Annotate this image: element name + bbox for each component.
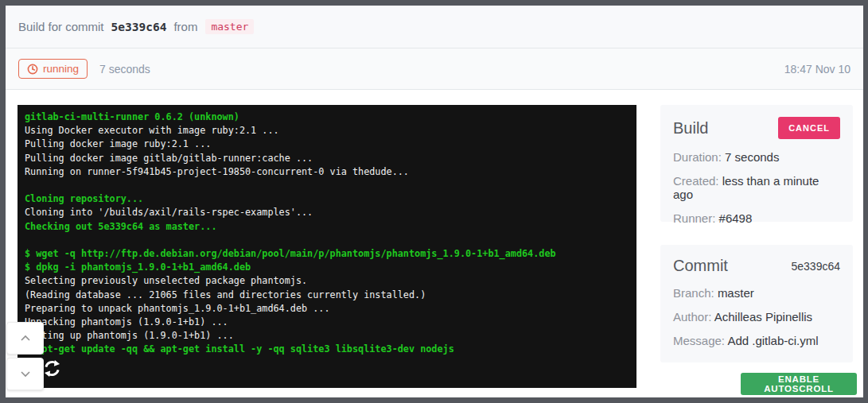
- info-value: #6498: [719, 211, 753, 225]
- status-label: running: [43, 63, 79, 75]
- cancel-button[interactable]: CANCEL: [778, 117, 840, 139]
- build-title-prefix: Build for commit: [18, 20, 104, 33]
- status-badge: running: [18, 59, 88, 79]
- terminal-line: Selecting previously unselected package …: [25, 274, 630, 288]
- info-row: Runner: #6498: [673, 211, 840, 225]
- build-page: Build for commit 5e339c64 from master ru…: [6, 6, 863, 397]
- enable-autoscroll-button[interactable]: ENABLE AUTOSCROLL: [741, 373, 857, 395]
- terminal-line: Using Docker executor with image ruby:2.…: [25, 124, 630, 138]
- terminal-line: gitlab-ci-multi-runner 0.6.2 (unknown): [25, 110, 630, 124]
- info-value: 7 seconds: [725, 150, 779, 164]
- scroll-up-button[interactable]: [6, 322, 44, 355]
- terminal-line: Checking out 5e339c64 as master...: [25, 220, 630, 234]
- commit-sha-link[interactable]: 5e339c64: [111, 21, 167, 33]
- build-panel-title: Build: [673, 119, 708, 138]
- info-label: Duration:: [673, 150, 725, 164]
- status-bar: running 7 seconds 18:47 Nov 10: [6, 48, 863, 90]
- terminal-lines: gitlab-ci-multi-runner 0.6.2 (unknown)Us…: [25, 110, 630, 357]
- scroll-down-button[interactable]: [6, 358, 44, 390]
- terminal-line: [25, 179, 630, 192]
- info-label: Author:: [673, 310, 714, 324]
- from-label: from: [173, 20, 197, 33]
- info-value[interactable]: master: [718, 286, 754, 300]
- terminal-line: Setting up phantomjs (1.9.0-1+b1) ...: [25, 329, 630, 343]
- build-timestamp: 18:47 Nov 10: [784, 63, 850, 76]
- terminal-line: Running on runner-5f941b45-project-19850…: [25, 165, 630, 179]
- terminal-line: $ apt-get update -qq && apt-get install …: [25, 343, 630, 356]
- commit-panel-sha-link[interactable]: 5e339c64: [791, 260, 840, 273]
- info-label: Runner:: [673, 211, 719, 225]
- commit-panel: Commit 5e339c64 Branch: masterAuthor: Ac…: [660, 245, 853, 362]
- build-duration-text: 7 seconds: [99, 63, 150, 76]
- content-area: gitlab-ci-multi-runner 0.6.2 (unknown)Us…: [6, 90, 863, 397]
- info-row: Branch: master: [673, 286, 840, 300]
- build-panel-rows: Duration: 7 secondsCreated: less than a …: [673, 150, 840, 225]
- info-label: Branch:: [673, 286, 718, 300]
- chevron-up-icon: [20, 335, 31, 342]
- info-row: Duration: 7 seconds: [673, 150, 840, 164]
- refresh-spinner-icon: [43, 359, 61, 378]
- terminal-output: gitlab-ci-multi-runner 0.6.2 (unknown)Us…: [18, 105, 636, 388]
- terminal-line: Cloning repository...: [25, 192, 630, 206]
- terminal-line: Unpacking phantomjs (1.9.0-1+b1) ...: [25, 316, 630, 329]
- build-header: Build for commit 5e339c64 from master: [6, 6, 863, 48]
- info-label: Created:: [673, 174, 722, 188]
- info-value: Add .gitlab-ci.yml: [727, 334, 818, 347]
- info-row: Author: Achilleas Pipinellis: [673, 310, 840, 324]
- terminal-line: $ wget -q http://ftp.de.debian.org/debia…: [25, 247, 630, 261]
- commit-panel-rows: Branch: masterAuthor: Achilleas Pipinell…: [673, 286, 840, 347]
- terminal-line: (Reading database ... 21065 files and di…: [25, 289, 630, 302]
- commit-panel-title: Commit: [673, 257, 728, 275]
- terminal-line: [25, 234, 630, 247]
- terminal-line: Cloning into '/builds/axil/rails-rspec-e…: [25, 206, 630, 219]
- info-row: Created: less than a minute ago: [673, 174, 840, 201]
- branch-ref-link[interactable]: master: [205, 19, 254, 34]
- info-row: Message: Add .gitlab-ci.yml: [673, 334, 840, 347]
- terminal-line: $ dpkg -i phantomjs_1.9.0-1+b1_amd64.deb: [25, 261, 630, 274]
- terminal-line: Pulling docker image ruby:2.1 ...: [25, 138, 630, 151]
- terminal-line: Preparing to unpack phantomjs_1.9.0-1+b1…: [25, 302, 630, 316]
- info-label: Message:: [673, 334, 727, 347]
- clock-icon: [27, 64, 38, 75]
- build-panel: Build CANCEL Duration: 7 secondsCreated:…: [660, 105, 853, 222]
- terminal-line: Pulling docker image gitlab/gitlab-runne…: [25, 152, 630, 165]
- info-value: Achilleas Pipinellis: [714, 310, 812, 324]
- chevron-down-icon: [20, 370, 31, 378]
